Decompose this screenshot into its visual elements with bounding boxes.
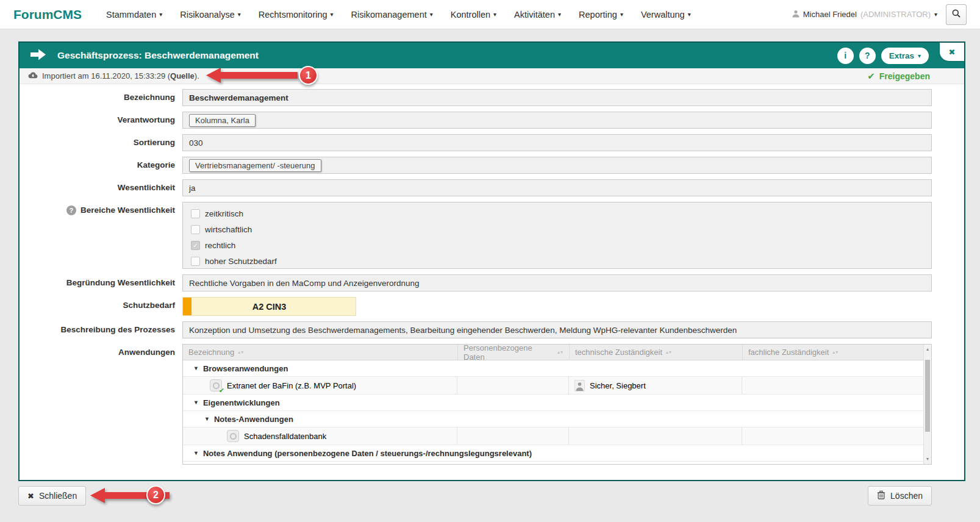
menu-stammdaten[interactable]: Stammdaten▾ bbox=[106, 10, 162, 20]
wesentlichkeit-field[interactable]: ja bbox=[182, 179, 932, 196]
delete-button[interactable]: Löschen bbox=[868, 486, 932, 506]
user-icon bbox=[792, 10, 799, 20]
search-button[interactable] bbox=[946, 4, 967, 25]
sortierung-field[interactable]: 030 bbox=[182, 134, 932, 151]
menu-risikoanalyse[interactable]: Risikoanalyse▾ bbox=[180, 10, 241, 20]
person-icon bbox=[574, 380, 585, 392]
user-name: Michael Friedel bbox=[803, 10, 857, 19]
chevron-down-icon: ▾ bbox=[430, 11, 433, 18]
menu-risikomanagement[interactable]: Risikomanagement▾ bbox=[351, 10, 433, 20]
process-form: Bezeichnung Beschwerdemanagement Verantw… bbox=[20, 84, 964, 465]
info-button[interactable]: i bbox=[837, 48, 854, 64]
table-row[interactable]: Schadensfalldatenbank bbox=[183, 427, 923, 445]
checkbox-icon[interactable] bbox=[191, 225, 200, 234]
application-icon bbox=[227, 430, 239, 442]
chevron-down-icon: ▾ bbox=[558, 11, 561, 18]
schutzbedarf-wrap: A2 CIN3 bbox=[182, 297, 932, 316]
chevron-down-icon: ▾ bbox=[688, 11, 691, 18]
verantwortung-label: Verantwortung bbox=[20, 112, 175, 129]
column-header-personenbezogene-daten[interactable]: Personenbezogene Daten▴▾ bbox=[457, 345, 569, 360]
info-icon: i bbox=[844, 51, 846, 60]
help-icon: ? bbox=[865, 51, 870, 60]
sort-icons[interactable]: ▴▾ bbox=[557, 349, 563, 355]
beschreibung-value: Konzeption und Umsetzung des Beschwerdem… bbox=[189, 326, 737, 335]
table-group-row[interactable]: ▼ Notes Anwendung (personenbezogene Date… bbox=[183, 445, 923, 462]
table-scrollbar[interactable]: ▴ ▾ bbox=[923, 345, 931, 464]
bezeichnung-field[interactable]: Beschwerdemanagement bbox=[182, 89, 932, 106]
panel-header: Geschäftsprozess: Beschwerdemanagement i… bbox=[20, 43, 964, 68]
chevron-down-icon: ▾ bbox=[238, 11, 241, 18]
menu-kontrollen[interactable]: Kontrollen▾ bbox=[451, 10, 496, 20]
cloud-download-icon bbox=[28, 71, 38, 80]
import-text: Importiert am 16.11.2020, 15:33:29 (Quel… bbox=[42, 71, 199, 80]
checkbox-zeitkritisch[interactable]: zeitkritisch bbox=[191, 209, 243, 218]
column-header-fachliche-zustaendigkeit[interactable]: fachliche Zuständigkeit▴▾ bbox=[742, 345, 923, 360]
extras-button[interactable]: Extras ▾ bbox=[881, 48, 929, 64]
header-actions: i ? Extras ▾ bbox=[837, 48, 953, 64]
checkbox-icon[interactable] bbox=[191, 257, 200, 266]
checkbox-wirtschaftlich[interactable]: wirtschaftlich bbox=[191, 225, 252, 234]
menu-rechtsmonitoring[interactable]: Rechtsmonitoring▾ bbox=[259, 10, 334, 20]
checkbox-icon[interactable] bbox=[191, 209, 200, 218]
nav-right: Michael Friedel (ADMINISTRATOR) ▾ bbox=[792, 4, 967, 25]
annotation-arrow-1 bbox=[206, 67, 298, 86]
field-row-sortierung: Sortierung 030 bbox=[20, 134, 932, 151]
sort-icons[interactable]: ▴▾ bbox=[238, 349, 244, 355]
scrollbar-thumb[interactable] bbox=[925, 360, 930, 432]
table-group-row[interactable]: ▼ Notes-Anwendungen bbox=[183, 411, 923, 427]
application-icon: ✔ bbox=[210, 379, 222, 392]
status-label: Freigegeben bbox=[879, 71, 930, 81]
table-row[interactable]: ✔ Extranet der BaFin (z.B. MVP Portal) S… bbox=[183, 377, 923, 395]
tree-collapse-icon[interactable]: ▼ bbox=[193, 399, 199, 406]
sort-icons[interactable]: ▴▾ bbox=[666, 349, 672, 355]
scroll-down-icon[interactable]: ▾ bbox=[924, 457, 931, 462]
help-icon[interactable]: ? bbox=[66, 206, 76, 215]
panel-close-button[interactable]: ✖ bbox=[940, 43, 964, 61]
application-name: Schadensfalldatenbank bbox=[244, 432, 326, 441]
bezeichnung-value: Beschwerdemanagement bbox=[189, 93, 288, 102]
chevron-down-icon: ▾ bbox=[934, 11, 937, 18]
tree-collapse-icon[interactable]: ▼ bbox=[204, 416, 210, 422]
sort-icons[interactable]: ▴▾ bbox=[832, 349, 839, 355]
kategorie-label: Kategorie bbox=[20, 157, 175, 174]
kategorie-field[interactable]: Vertriebsmanagement/ -steuerung bbox=[182, 157, 932, 174]
chevron-down-icon: ▾ bbox=[331, 11, 334, 18]
beschreibung-field[interactable]: Konzeption und Umsetzung des Beschwerdem… bbox=[182, 321, 932, 338]
table-group-row[interactable]: ▼ Eigenentwicklungen bbox=[183, 395, 923, 411]
menu-aktivitaeten[interactable]: Aktivitäten▾ bbox=[514, 10, 561, 20]
screen: ForumCMS Stammdaten▾ Risikoanalyse▾ Rech… bbox=[0, 0, 980, 522]
bereiche-checkbox-group: zeitkritisch wirtschaftlich ✓rechtlich h… bbox=[182, 202, 932, 269]
tree-collapse-icon[interactable]: ▼ bbox=[193, 365, 199, 371]
column-header-bezeichnung[interactable]: Bezeichnung▴▾ bbox=[183, 345, 457, 360]
tree-collapse-icon[interactable]: ▼ bbox=[193, 450, 199, 456]
released-check-icon: ✔ bbox=[219, 387, 224, 395]
close-button[interactable]: ✖ Schließen bbox=[18, 486, 86, 506]
field-row-bereiche: ? Bereiche Wesentlichkeit zeitkritisch w… bbox=[20, 202, 932, 269]
checkbox-checked-icon[interactable]: ✓ bbox=[191, 241, 200, 250]
verantwortung-field[interactable]: Kolumna, Karla bbox=[182, 112, 932, 129]
schutzbedarf-value: A2 CIN3 bbox=[252, 302, 287, 312]
table-group-row[interactable]: ▼ Browseranwendungen bbox=[183, 360, 923, 377]
checkbox-hoher-schutzbedarf[interactable]: hoher Schutzbedarf bbox=[191, 257, 277, 266]
bereiche-label: ? Bereiche Wesentlichkeit bbox=[20, 202, 175, 219]
anwendungen-table-wrap: Bezeichnung▴▾ Personenbezogene Daten▴▾ t… bbox=[182, 344, 932, 465]
import-source-link[interactable]: Quelle bbox=[170, 71, 195, 80]
user-menu[interactable]: Michael Friedel (ADMINISTRATOR) ▾ bbox=[792, 10, 937, 20]
begruendung-field[interactable]: Rechtliche Vorgaben in den MaComp und An… bbox=[182, 274, 932, 291]
verantwortung-chip[interactable]: Kolumna, Karla bbox=[189, 114, 256, 127]
process-detail-panel: ✖ Geschäftsprozess: Beschwerdemanagement… bbox=[18, 41, 965, 481]
field-row-verantwortung: Verantwortung Kolumna, Karla bbox=[20, 112, 932, 129]
checkbox-rechtlich[interactable]: ✓rechtlich bbox=[191, 241, 235, 250]
help-button[interactable]: ? bbox=[859, 48, 876, 64]
scroll-up-icon[interactable]: ▴ bbox=[924, 347, 931, 352]
schutzbedarf-label: Schutzbedarf bbox=[20, 297, 175, 314]
search-icon bbox=[951, 9, 961, 21]
column-header-technische-zustaendigkeit[interactable]: technische Zuständigkeit▴▾ bbox=[569, 345, 742, 360]
wesentlichkeit-label: Wesentlichkeit bbox=[20, 179, 175, 196]
menu-verwaltung[interactable]: Verwaltung▾ bbox=[641, 10, 691, 20]
page-title: Geschäftsprozess: Beschwerdemanagement bbox=[57, 50, 259, 61]
anwendungen-table: Bezeichnung▴▾ Personenbezogene Daten▴▾ t… bbox=[182, 344, 932, 465]
menu-reporting[interactable]: Reporting▾ bbox=[579, 10, 623, 20]
main-menu: Stammdaten▾ Risikoanalyse▾ Rechtsmonitor… bbox=[106, 10, 691, 20]
kategorie-chip[interactable]: Vertriebsmanagement/ -steuerung bbox=[189, 159, 321, 172]
